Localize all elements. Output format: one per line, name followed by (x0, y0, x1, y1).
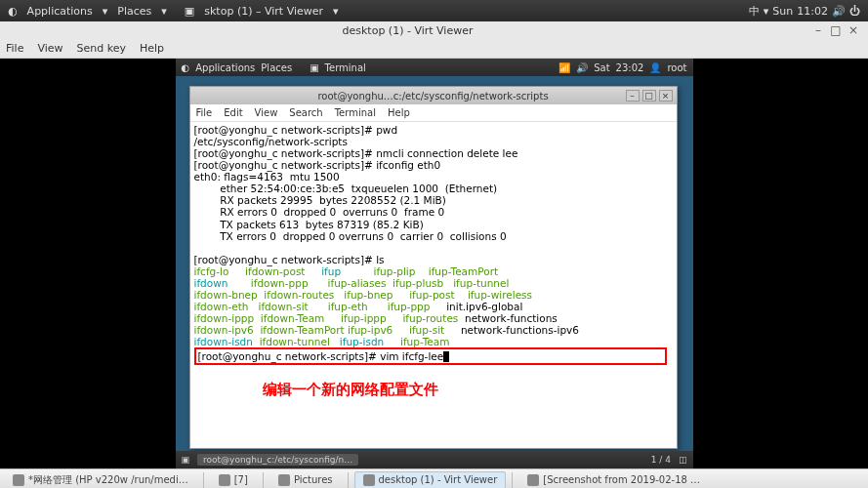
annotation-text: 编辑一个新的网络配置文件 (263, 381, 673, 397)
virt-menubar: File View Send key Help (0, 39, 868, 59)
term-menu-terminal[interactable]: Terminal (335, 107, 376, 118)
taskbar-item[interactable]: Pictures (269, 471, 342, 489)
term-menu-search[interactable]: Search (289, 107, 322, 118)
terminal-icon: ▣ (310, 62, 318, 73)
highlighted-command: [root@yonghu_c network-scripts]# vim ifc… (194, 347, 667, 365)
virt-titlebar: desktop (1) - Virt Viewer – □ × (0, 21, 868, 39)
terminal-menubar: File Edit View Search Terminal Help (190, 104, 677, 122)
volume-icon[interactable]: 🔊 (576, 62, 588, 73)
guest-menu-places[interactable]: Places (261, 62, 292, 73)
close-button[interactable]: × (847, 23, 860, 37)
taskbar-terminal[interactable]: root@yonghu_c:/etc/sysconfig/n… (197, 454, 358, 466)
menu-sendkey[interactable]: Send key (77, 42, 126, 55)
taskbar-item[interactable]: desktop (1) - Virt Viewer (354, 471, 507, 489)
taskbar-item[interactable]: *网络管理 (HP v220w /run/medi… (4, 470, 197, 489)
network-icon[interactable]: 📶 (558, 62, 570, 73)
terminal-body[interactable]: [root@yonghu_c network-scripts]# pwd/etc… (190, 122, 677, 400)
menu-help[interactable]: Help (140, 42, 164, 55)
term-menu-file[interactable]: File (196, 107, 213, 118)
terminal-cursor (443, 351, 449, 362)
guest-active-window[interactable]: Terminal (325, 62, 366, 73)
volume-icon[interactable]: 🔊 (832, 5, 846, 18)
input-method[interactable]: 中 (749, 4, 760, 19)
menu-places[interactable]: Places (111, 3, 157, 20)
user-icon[interactable]: 👤 (649, 62, 661, 73)
app-icon (219, 474, 230, 486)
term-minimize[interactable]: – (626, 90, 640, 102)
term-menu-help[interactable]: Help (388, 107, 410, 118)
clock-time: 11:02 (797, 5, 828, 18)
taskbar-item[interactable]: [Screenshot from 2019-02-18 … (518, 471, 709, 489)
guest-taskbar: ▣ root@yonghu_c:/etc/sysconfig/n… 1 / 4 … (176, 451, 693, 468)
activities-icon: ◐ (8, 5, 18, 18)
menu-view[interactable]: View (37, 42, 62, 55)
guest-menu-applications[interactable]: Applications (195, 62, 255, 73)
term-menu-edit[interactable]: Edit (224, 107, 242, 118)
maximize-button[interactable]: □ (829, 23, 843, 37)
power-icon[interactable]: ⏻ (849, 5, 860, 18)
term-close[interactable]: × (659, 90, 673, 102)
app-icon (363, 474, 375, 486)
term-menu-view[interactable]: View (255, 107, 278, 118)
virt-title: desktop (1) - Virt Viewer (8, 24, 807, 37)
guest-clock-day: Sat (594, 62, 609, 73)
app-icon (13, 474, 24, 486)
terminal-title-text: root@yonghu…c:/etc/sysconfig/network-scr… (317, 91, 548, 102)
terminal-titlebar[interactable]: root@yonghu…c:/etc/sysconfig/network-scr… (190, 87, 677, 104)
app-icon (527, 474, 539, 486)
guest-vm[interactable]: ◐ Applications Places ▣ Terminal 📶 🔊 Sat… (176, 59, 693, 468)
app-icon (278, 474, 290, 486)
workspace-indicator[interactable]: 1 / 4 (651, 455, 671, 465)
guest-desktop: root@yonghu…c:/etc/sysconfig/network-scr… (176, 76, 693, 451)
term-maximize[interactable]: □ (642, 90, 656, 102)
clock-day: Sun (772, 5, 793, 18)
virt-canvas: ◐ Applications Places ▣ Terminal 📶 🔊 Sat… (0, 59, 868, 468)
guest-topbar: ◐ Applications Places ▣ Terminal 📶 🔊 Sat… (176, 59, 693, 76)
workspace-grid-icon[interactable]: ◫ (679, 455, 687, 465)
terminal-window[interactable]: root@yonghu…c:/etc/sysconfig/network-scr… (189, 86, 678, 449)
window-icon: ▣ (185, 5, 194, 18)
host-topbar: ◐ Applications▾ Places▾ ▣ sktop (1) – Vi… (0, 0, 868, 21)
topbar-active-window[interactable]: sktop (1) – Virt Viewer (198, 3, 329, 20)
host-taskbar: *网络管理 (HP v220w /run/medi…[7]Picturesdes… (0, 468, 868, 488)
show-desktop-icon[interactable]: ▣ (182, 455, 190, 465)
minimize-button[interactable]: – (811, 23, 825, 37)
taskbar-item[interactable]: [7] (210, 471, 257, 489)
menu-applications[interactable]: Applications (21, 3, 99, 20)
guest-clock-time: 23:02 (616, 62, 644, 73)
guest-user[interactable]: root (667, 62, 686, 73)
menu-file[interactable]: File (6, 42, 23, 55)
